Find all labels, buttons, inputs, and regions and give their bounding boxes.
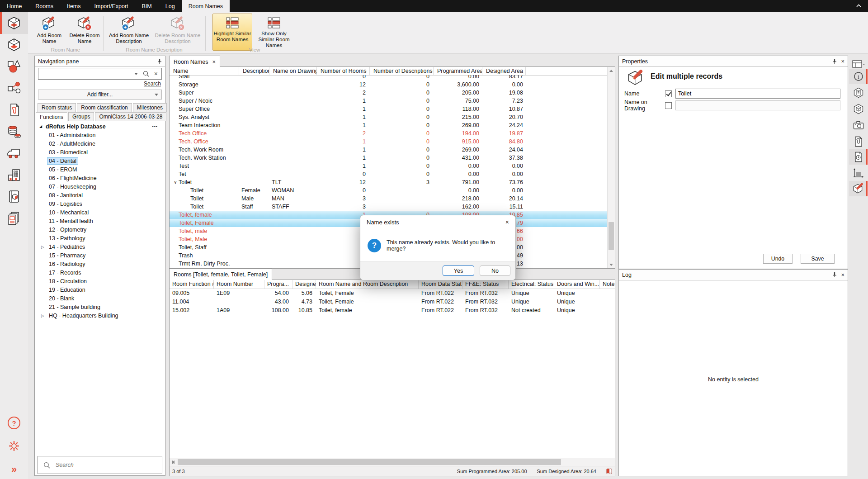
- bottom-search-input[interactable]: [55, 461, 156, 469]
- menu-log[interactable]: Log: [159, 0, 182, 12]
- nav-tab[interactable]: Milestones: [133, 103, 167, 112]
- tree-item[interactable]: 21 - Sample building: [36, 303, 164, 311]
- rail-room-list-icon[interactable]: [0, 34, 28, 56]
- tree-item[interactable]: 20 - Blank: [36, 294, 164, 303]
- rail-reports-icon[interactable]: [0, 208, 28, 229]
- rail-catalog-icon[interactable]: [0, 186, 28, 208]
- camera-tab-button[interactable]: [849, 118, 868, 133]
- close-panel-icon[interactable]: ×: [841, 272, 844, 278]
- table-row[interactable]: Team Interaction 1 0 269.00 24.24: [170, 121, 607, 129]
- pin-icon[interactable]: [157, 58, 162, 64]
- tree-item[interactable]: ▷ 14 - Pediatrics: [36, 242, 164, 251]
- no-button[interactable]: No: [480, 266, 510, 276]
- table-row[interactable]: 11.004 43.00 4.73 Toilet, Female From RT…: [170, 298, 615, 306]
- add-room-name-description-button[interactable]: + Add Room Name Description: [105, 14, 152, 51]
- menu-items[interactable]: Items: [60, 0, 88, 12]
- tree-item[interactable]: 17 - Records: [36, 268, 164, 277]
- tree-item[interactable]: 07 - Housekeeping: [36, 182, 164, 191]
- highlight-similar-room-names-button[interactable]: Highlight Similar Room Names: [212, 14, 252, 51]
- table-row[interactable]: Toilet Staff STAFF 3 162.00 15.11: [170, 203, 607, 211]
- name-field[interactable]: [675, 89, 840, 99]
- table-row[interactable]: 15.002 1A09 108.00 10.85 Toilet, female …: [170, 306, 615, 315]
- pin-icon[interactable]: [832, 272, 837, 278]
- scrollbar-thumb[interactable]: [178, 459, 561, 465]
- tree-item[interactable]: 16 - Radiology: [36, 260, 164, 268]
- tree-item[interactable]: 04 - Dental: [36, 157, 164, 165]
- settings-button[interactable]: [0, 440, 28, 452]
- column-header-name-on-drawing[interactable]: Name on Drawing: [269, 67, 317, 75]
- history-tab-button[interactable]: [849, 149, 868, 165]
- rail-items-icon[interactable]: [0, 56, 28, 77]
- tree-more-icon[interactable]: •••: [152, 124, 158, 129]
- table-row[interactable]: Tech Office 2 0 194.00 19.87: [170, 129, 607, 138]
- table-row[interactable]: Stall 0 0 0.00 83.17: [170, 75, 607, 81]
- column-header-room-data-status[interactable]: Room Data Stat...: [419, 280, 462, 289]
- spec-document-tab-button[interactable]: [849, 85, 868, 100]
- collapse-ribbon-icon[interactable]: [856, 4, 862, 8]
- tree-item[interactable]: 11 - MentalHealth: [36, 217, 164, 225]
- nav-tab[interactable]: OmniClass 14 2006-03-28: [95, 112, 166, 121]
- tree-item[interactable]: 19 - Education: [36, 285, 164, 294]
- column-header-programmed[interactable]: Progra...: [264, 280, 292, 289]
- table-row[interactable]: 09.005 1E09 54.00 5.06 Toilet, Female Fr…: [170, 289, 615, 298]
- nav-search-input[interactable]: [38, 71, 134, 77]
- tree-item[interactable]: 12 - Optometry: [36, 225, 164, 234]
- table-row[interactable]: ∨Toilet TLT 12 3 791.00 73.76: [170, 178, 607, 186]
- column-header-ffe-status[interactable]: FF&E: Status: [462, 280, 509, 289]
- menu-import-export[interactable]: Import/Export: [88, 0, 135, 12]
- table-row[interactable]: Sys. Analyst 1 0 215.00 20.70: [170, 113, 607, 121]
- table-row[interactable]: Tet 0 0 0.00 0.00: [170, 170, 607, 178]
- tree-item[interactable]: 02 - AdultMedicine: [36, 139, 164, 148]
- table-row[interactable]: Super 2 0 205.00 19.08: [170, 89, 607, 97]
- tree-item[interactable]: 18 - Circulation: [36, 277, 164, 285]
- rooms-tab[interactable]: Rooms [Toilet, female, Toilet, Female]: [169, 269, 272, 280]
- close-panel-icon[interactable]: ×: [841, 58, 844, 64]
- rail-item-connections-icon[interactable]: [0, 77, 28, 99]
- rail-rooms-icon[interactable]: [0, 12, 28, 34]
- clear-search-icon[interactable]: ×: [154, 70, 158, 77]
- tree-item[interactable]: 09 - Logistics: [36, 199, 164, 208]
- menu-rooms[interactable]: Rooms: [28, 0, 60, 12]
- table-row[interactable]: Toilet Male MAN 3 218.00 20.14: [170, 194, 607, 203]
- area-tab-button[interactable]: [849, 166, 868, 181]
- nav-tab[interactable]: Room status: [38, 103, 76, 112]
- table-row[interactable]: Toilet Female WOMAN 0 0.00 0.00: [170, 186, 607, 194]
- tree-item[interactable]: ▷ HQ - Headquarters Building: [36, 311, 164, 320]
- table-row[interactable]: Test 1 0 0.00 0.00: [170, 162, 607, 170]
- column-header-designed[interactable]: Designe...: [292, 280, 316, 289]
- rail-documents-icon[interactable]: [0, 99, 28, 121]
- dialog-titlebar[interactable]: Name exists ×: [360, 215, 515, 229]
- column-header-electrical-status[interactable]: Electrical: Status: [509, 280, 554, 289]
- help-button[interactable]: ?: [0, 417, 28, 429]
- yes-button[interactable]: Yes: [443, 266, 474, 276]
- column-header-room-number[interactable]: Room Number: [214, 280, 264, 289]
- undo-button[interactable]: Undo: [763, 254, 793, 264]
- delete-room-name-description-button[interactable]: × Delete Room Name Description: [154, 14, 201, 51]
- rail-buildings-icon[interactable]: [0, 164, 28, 186]
- menu-bim[interactable]: BIM: [135, 0, 159, 12]
- column-header-number-of-rooms[interactable]: Number of Rooms: [317, 67, 370, 75]
- nav-tab[interactable]: Functions: [36, 112, 67, 122]
- add-room-name-button[interactable]: + Add Room Name: [32, 14, 67, 51]
- column-header-note[interactable]: Note: [600, 280, 615, 289]
- pin-icon[interactable]: [832, 58, 837, 64]
- scrollbar-thumb[interactable]: [609, 222, 614, 250]
- tree-item[interactable]: 15 - Pharmacy: [36, 251, 164, 260]
- column-header-room-name-description[interactable]: Room Name and Room Description: [316, 280, 419, 289]
- scroll-up-arrow[interactable]: [608, 67, 615, 74]
- table-row[interactable]: Super Office 1 0 118.00 10.87: [170, 105, 607, 113]
- rail-logistics-icon[interactable]: [0, 142, 28, 164]
- expand-rail-button[interactable]: »: [0, 465, 28, 474]
- column-header-name[interactable]: Name: [170, 67, 239, 75]
- scroll-right-arrow[interactable]: [170, 458, 177, 466]
- table-row[interactable]: Tech. Office 1 0 915.00 84.80: [170, 138, 607, 146]
- column-header-room-function[interactable]: Room Function #: [170, 280, 214, 289]
- name-on-drawing-checkbox[interactable]: [665, 102, 672, 109]
- search-options-chevron-icon[interactable]: [134, 73, 138, 75]
- table-row[interactable]: Tech. Work Room 1 0 269.00 24.04: [170, 146, 607, 154]
- attachments-tab-button[interactable]: [849, 134, 868, 149]
- column-header-doors-windows[interactable]: Doors and Win...: [554, 280, 600, 289]
- vertical-scrollbar[interactable]: [607, 67, 615, 268]
- report-book-icon[interactable]: [606, 468, 612, 474]
- column-header-number-of-descriptions[interactable]: Number of Descriptions: [370, 67, 434, 75]
